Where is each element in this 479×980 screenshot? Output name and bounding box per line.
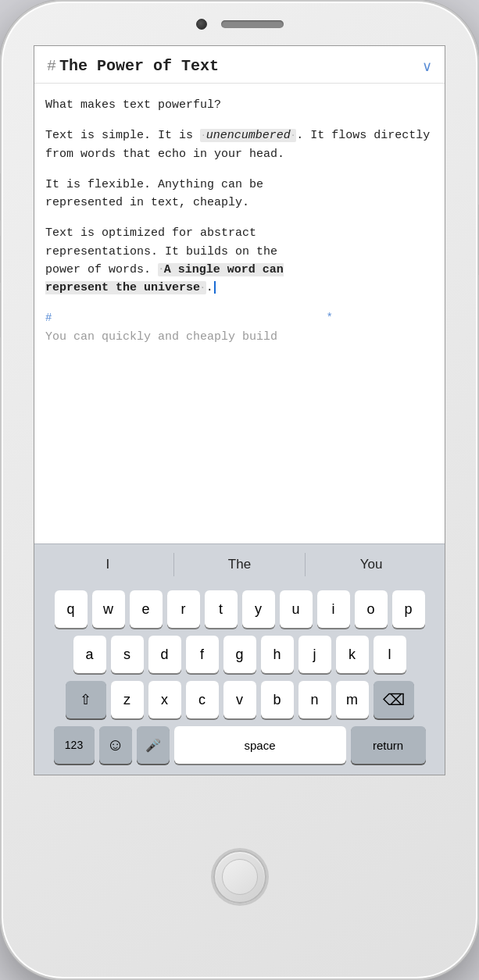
front-camera [196,19,207,30]
key-i[interactable]: i [317,590,350,628]
screen: #The Power of Text ∨ What makes text pow… [34,45,445,775]
paragraph-5: # * You can quickly and cheaply build [45,309,434,346]
bold-text: A single word canrepresent the universe [45,263,284,294]
paragraph-2-text: Text is simple. It is unencumbered. It f… [45,127,434,163]
italic-text: unencumbered [200,129,296,142]
key-y[interactable]: y [242,590,275,628]
key-q[interactable]: q [55,590,88,628]
key-p[interactable]: p [392,590,425,628]
key-b[interactable]: b [261,681,294,718]
key-l[interactable]: l [374,636,406,673]
emoji-key[interactable]: ☺ [99,726,132,764]
phone-frame: #The Power of Text ∨ What makes text pow… [0,0,479,980]
key-c[interactable]: c [186,681,219,718]
chevron-down-icon[interactable]: ∨ [422,58,432,75]
paragraph-5-text: You can quickly and cheaply build [45,328,434,346]
key-m[interactable]: m [336,681,369,718]
return-key[interactable]: return [351,726,426,764]
home-button[interactable] [213,850,266,903]
key-u[interactable]: u [280,590,313,628]
hash-symbol: # [47,57,56,75]
paragraph-1: What makes text powerful? [45,96,434,114]
predictive-item-3[interactable]: You [306,551,437,579]
delete-key[interactable]: ⌫ [374,681,414,718]
phone-top [2,2,477,30]
paragraph-3-text: It is flexible. Anything can berepresent… [45,176,434,212]
phone-bottom [213,775,266,978]
paragraph-2: Text is simple. It is unencumbered. It f… [45,127,434,163]
document-area: #The Power of Text ∨ What makes text pow… [34,46,445,775]
keyboard-row-3: ⇧ z x c v b n m ⌫ [37,681,442,718]
key-j[interactable]: j [298,636,331,673]
keyboard-row-1: q w e r t y u i o p [37,590,442,628]
key-t[interactable]: t [205,590,238,628]
key-r[interactable]: r [167,590,200,628]
mic-key[interactable]: 🎤 [137,726,170,764]
predictive-item-1[interactable]: I [42,551,173,579]
keyboard: q w e r t y u i o p a s d f g [34,584,445,775]
keyboard-row-4: 123 ☺ 🎤 space return [37,726,442,764]
key-h[interactable]: h [261,636,294,673]
key-k[interactable]: k [336,636,369,673]
key-f[interactable]: f [186,636,219,673]
predictive-item-2[interactable]: The [174,551,306,579]
hash-marker: # [45,312,52,324]
doc-title-text: The Power of Text [59,57,219,75]
home-button-inner [222,859,258,895]
keyboard-row-2: a s d f g h j k l [37,636,442,673]
speaker [221,20,284,28]
key-s[interactable]: s [111,636,144,673]
key-o[interactable]: o [355,590,388,628]
key-g[interactable]: g [223,636,256,673]
key-n[interactable]: n [298,681,331,718]
key-d[interactable]: d [148,636,181,673]
space-key[interactable]: space [174,726,346,764]
key-x[interactable]: x [148,681,181,718]
paragraph-4: Text is optimized for abstractrepresenta… [45,224,434,297]
paragraph-1-text: What makes text powerful? [45,96,434,114]
key-z[interactable]: z [111,681,144,718]
star-marker: * [326,312,332,324]
key-a[interactable]: a [73,636,106,673]
predictive-bar: I The You [34,543,445,584]
doc-title: #The Power of Text [47,57,219,75]
paragraph-4-text: Text is optimized for abstractrepresenta… [45,224,434,297]
paragraph-3: It is flexible. Anything can berepresent… [45,176,434,212]
camera-area [196,19,284,30]
key-e[interactable]: e [130,590,163,628]
doc-header: #The Power of Text ∨ [34,46,445,84]
doc-content[interactable]: What makes text powerful? Text is simple… [34,84,445,543]
numbers-key[interactable]: 123 [54,726,95,764]
key-w[interactable]: w [92,590,125,628]
shift-key[interactable]: ⇧ [66,681,106,718]
key-v[interactable]: v [223,681,256,718]
text-cursor [214,281,216,294]
